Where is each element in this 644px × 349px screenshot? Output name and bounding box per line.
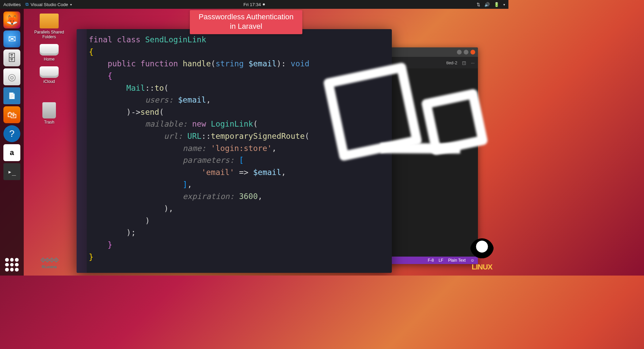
watermark-label: RLucena	[42, 265, 57, 269]
desktop-icon-icloud[interactable]: iCloud	[31, 66, 68, 84]
drive-icon	[40, 44, 59, 56]
window-maximize-button[interactable]	[464, 50, 468, 54]
battery-icon[interactable]: 🔋	[494, 2, 499, 7]
dock-amazon[interactable]: a	[3, 144, 20, 161]
linux-logo: LINUX	[462, 238, 502, 271]
window-minimize-button[interactable]	[457, 50, 462, 54]
title-banner: Passwordless Authentication in Laravel	[190, 10, 302, 34]
volume-icon[interactable]: 🔊	[484, 2, 490, 7]
dock-help[interactable]: ?	[3, 125, 20, 142]
dock-thunderbird[interactable]: ✉	[3, 30, 20, 47]
vscode-logo-icon: ⧉	[25, 2, 28, 7]
status-encoding[interactable]: F-8	[428, 258, 434, 263]
desktop-icon-home[interactable]: Home	[31, 44, 68, 62]
window-close-button[interactable]	[470, 50, 475, 54]
chevron-down-icon: ▾	[503, 3, 505, 6]
more-icon[interactable]: ···	[471, 60, 475, 65]
drive-icon	[40, 66, 59, 78]
dock-libreoffice-writer[interactable]: 📄	[3, 87, 20, 104]
code-snippet-panel: final class SendLoginLink { public funct…	[77, 29, 392, 273]
editor-tab[interactable]: tled-2	[446, 60, 458, 65]
dock-files[interactable]: 🗄	[3, 49, 20, 66]
chevron-down-icon: ▾	[70, 3, 72, 6]
clock-label: Fri 17:34	[243, 2, 261, 7]
banner-line1: Passwordless Authentication	[199, 12, 294, 22]
code-content: final class SendLoginLink { public funct…	[89, 34, 388, 263]
active-app-label: Visual Studio Code	[31, 2, 68, 7]
linux-label: LINUX	[472, 263, 492, 271]
desktop-icon-label: Home	[44, 57, 55, 62]
desktop-icon-label: iCloud	[43, 79, 55, 84]
notification-dot-icon	[263, 3, 265, 5]
active-app-menu[interactable]: ⧉ Visual Studio Code ▾	[25, 2, 72, 7]
dock-rhythmbox[interactable]: ◎	[3, 68, 20, 85]
trash-icon	[42, 102, 56, 118]
desktop-icon-label: Trash	[44, 120, 54, 125]
system-tray[interactable]: ⇅ 🔊 🔋 ▾	[477, 2, 505, 7]
folder-icon	[40, 14, 59, 28]
ubuntu-dock: 🦊 ✉ 🗄 ◎ 📄 🛍 ? a ▸_	[0, 9, 24, 276]
editor-gutter	[77, 29, 87, 273]
desktop-icon-trash[interactable]: Trash	[31, 102, 68, 125]
desktop-icon-parallels[interactable]: Parallels Shared Folders	[31, 14, 68, 39]
watermark-dna: ⟐⟐⟐⟐ RLucena	[31, 254, 68, 269]
split-editor-icon[interactable]: ◫	[462, 60, 466, 65]
desktop-icon-label: Parallels Shared Folders	[31, 30, 68, 39]
dock-software[interactable]: 🛍	[3, 106, 20, 123]
dock-terminal[interactable]: ▸_	[3, 163, 20, 180]
dna-icon: ⟐⟐⟐⟐	[31, 254, 68, 265]
banner-line2: in Laravel	[199, 22, 294, 31]
dock-firefox[interactable]: 🦊	[3, 12, 20, 28]
status-eol[interactable]: LF	[439, 258, 443, 263]
tux-icon	[470, 238, 494, 262]
dock-show-applications[interactable]	[5, 258, 19, 271]
clock[interactable]: Fri 17:34	[243, 2, 265, 7]
activities-button[interactable]: Activities	[3, 2, 21, 7]
gnome-topbar: Activities ⧉ Visual Studio Code ▾ Fri 17…	[0, 0, 508, 9]
desktop-icons: Parallels Shared Folders Home iCloud Tra…	[31, 14, 68, 125]
network-icon[interactable]: ⇅	[477, 2, 480, 7]
